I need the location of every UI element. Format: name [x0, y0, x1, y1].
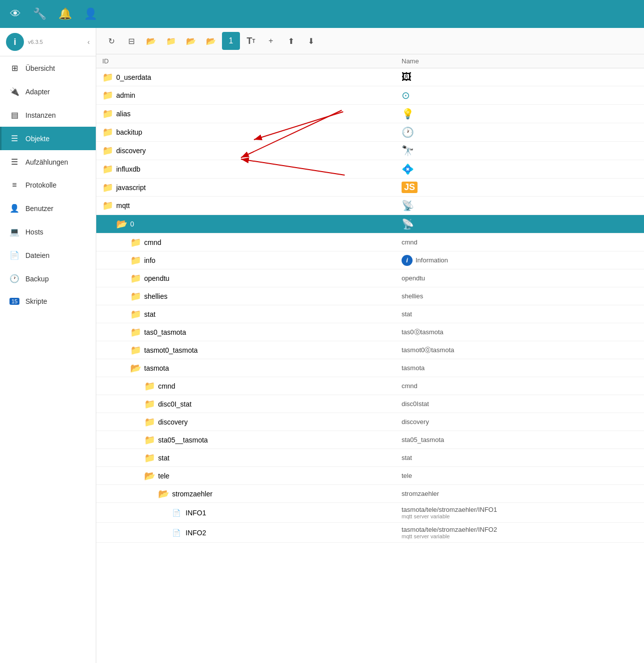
- row-name-sta05: sta05_tasmota: [402, 436, 638, 443]
- row-name-tele: tele: [402, 472, 638, 479]
- sidebar-item-backup[interactable]: 🕐 Backup: [0, 267, 96, 290]
- tree-table[interactable]: 📁 0_userdata 🖼 📁 admin ⊙: [96, 68, 644, 663]
- folder-closed-icon: 📁: [130, 345, 141, 356]
- sidebar-label-aufzaehlungen: Aufzählungen: [25, 158, 68, 166]
- table-row[interactable]: 📁 javascript JS: [96, 179, 644, 197]
- table-row[interactable]: 📁 cmnd cmnd: [96, 233, 644, 251]
- table-row-selected[interactable]: 📂 0 📡: [96, 215, 644, 233]
- sidebar-item-adapter[interactable]: 🔌 Adapter: [0, 80, 96, 103]
- row-name-influxdb: 💠: [402, 163, 638, 175]
- table-row[interactable]: 📁 influxdb 💠: [96, 160, 644, 179]
- file-icon: 📄: [172, 529, 181, 537]
- row-id-discovery: 📁 discovery: [102, 145, 402, 156]
- sidebar-item-aufzaehlungen[interactable]: ☰ Aufzählungen: [0, 150, 96, 174]
- add-button[interactable]: +: [262, 32, 280, 50]
- refresh-button[interactable]: ↻: [102, 32, 120, 50]
- row-id-INFO2: 📄 INFO2: [102, 529, 402, 537]
- row-id-info: 📁 info: [102, 255, 402, 266]
- table-row[interactable]: 📁 backitup 🕐: [96, 123, 644, 142]
- folder-closed-icon: 📁: [130, 237, 141, 248]
- folder-closed-icon: 📁: [102, 127, 113, 138]
- row-id-0userdata: 📁 0_userdata: [102, 72, 402, 83]
- collapse-button[interactable]: ‹: [87, 38, 90, 46]
- table-row[interactable]: 📁 disc0I_stat disc0Istat: [96, 395, 644, 413]
- text-size-button[interactable]: TT: [242, 32, 260, 50]
- row-id-opendtu: 📁 opendtu: [102, 273, 402, 284]
- view-columns-button[interactable]: ⊟: [122, 32, 140, 50]
- number-button[interactable]: 1: [222, 32, 240, 50]
- row-id-disc0I: 📁 disc0I_stat: [102, 399, 402, 410]
- folder-closed-icon: 📁: [130, 327, 141, 338]
- sidebar-label-uebersicht: Übersicht: [25, 64, 55, 72]
- row-id-stat2: 📁 stat: [102, 452, 402, 463]
- table-row[interactable]: 📂 stromzaehler stromzaehler: [96, 485, 644, 503]
- person-icon[interactable]: 👤: [84, 7, 97, 20]
- sidebar-item-protokolle[interactable]: ≡ Protokolle: [0, 174, 96, 197]
- row-name-javascript: JS: [402, 182, 638, 193]
- sidebar-label-skripte: Skripte: [25, 297, 47, 305]
- aufzaehlungen-icon: ☰: [9, 157, 19, 167]
- folder-open-icon: 📂: [130, 363, 141, 374]
- row-id-admin: 📁 admin: [102, 90, 402, 101]
- row-name-mqtt: 📡: [402, 200, 638, 212]
- main-layout: i v6.3.5 ‹ ⊞ Übersicht 🔌 Adapter ▤ Insta…: [0, 28, 644, 663]
- mqtt-icon: 📡: [402, 200, 414, 212]
- sidebar-label-benutzer: Benutzer: [25, 205, 53, 213]
- sidebar-item-skripte[interactable]: 15 Skripte: [0, 290, 96, 312]
- toolbar: ↻ ⊟ 📂 📁 📂 📂 1 TT + ⬆ ⬇: [96, 28, 644, 54]
- row-id-stromzaehler: 📂 stromzaehler: [102, 488, 402, 499]
- upload-button[interactable]: ⬆: [282, 32, 300, 50]
- download-button[interactable]: ⬇: [302, 32, 320, 50]
- table-row[interactable]: 📁 stat stat: [96, 305, 644, 323]
- sidebar-item-hosts[interactable]: 💻 Hosts: [0, 220, 96, 243]
- table-row[interactable]: 📁 tas0_tasmota tas0⓪tasmota: [96, 323, 644, 341]
- backup-clock-icon: 🕐: [402, 126, 414, 138]
- folder-cyan-button[interactable]: 📂: [202, 32, 220, 50]
- wrench-icon[interactable]: 🔧: [33, 7, 46, 20]
- table-row[interactable]: 📁 0_userdata 🖼: [96, 68, 644, 86]
- sidebar-item-uebersicht[interactable]: ⊞ Übersicht: [0, 56, 96, 80]
- col-name-header: Name: [402, 57, 638, 65]
- table-row[interactable]: 📁 alias 💡: [96, 105, 644, 123]
- table-row[interactable]: 📁 opendtu opendtu: [96, 269, 644, 287]
- table-row[interactable]: 📁 sta05__tasmota sta05_tasmota: [96, 431, 644, 449]
- grid-icon: ⊞: [9, 63, 19, 73]
- folder-closed-icon: 📁: [144, 452, 155, 463]
- eye-icon[interactable]: 👁: [10, 7, 21, 20]
- row-name-discovery2: discovery: [402, 418, 638, 426]
- table-row[interactable]: 📄 INFO2 tasmota/tele/stromzaehler/INFO2 …: [96, 523, 644, 543]
- row-name-cmnd2: cmnd: [402, 382, 638, 390]
- table-row[interactable]: 📂 tele tele: [96, 467, 644, 485]
- mqtt-0-icon: 📡: [402, 218, 414, 230]
- file-icon: 📄: [172, 509, 181, 517]
- folder-closed-icon: 📁: [102, 90, 113, 101]
- row-id-mqtt: 📁 mqtt: [102, 200, 402, 211]
- table-row[interactable]: 📁 discovery discovery: [96, 413, 644, 431]
- sidebar-item-instanzen[interactable]: ▤ Instanzen: [0, 103, 96, 127]
- folder-closed-icon: 📁: [130, 255, 141, 266]
- table-row[interactable]: 📁 info i Information: [96, 251, 644, 269]
- table-row[interactable]: 📁 stat stat: [96, 449, 644, 467]
- folder-open2-button[interactable]: 📂: [182, 32, 200, 50]
- folder-closed-icon: 📁: [102, 145, 113, 156]
- sidebar-item-benutzer[interactable]: 👤 Benutzer: [0, 197, 96, 220]
- image-icon: 🖼: [402, 71, 412, 83]
- table-row[interactable]: 📁 mqtt 📡: [96, 197, 644, 215]
- expand-all-button[interactable]: 📂: [142, 32, 160, 50]
- js-icon: JS: [402, 182, 418, 193]
- sidebar-item-dateien[interactable]: 📄 Dateien: [0, 243, 96, 267]
- table-row[interactable]: 📂 tasmota tasmota: [96, 359, 644, 377]
- sidebar-item-objekte[interactable]: ☰ Objekte: [0, 127, 96, 150]
- row-id-shellies: 📁 shellies: [102, 291, 402, 302]
- folder-closed-icon: 📁: [102, 164, 113, 175]
- bell-icon[interactable]: 🔔: [58, 7, 72, 20]
- table-row[interactable]: 📁 tasmot0_tasmota tasmot0⓪tasmota: [96, 341, 644, 359]
- folder-closed-icon: 📁: [130, 273, 141, 284]
- table-row[interactable]: 📁 shellies shellies: [96, 287, 644, 305]
- sidebar-header: i v6.3.5 ‹: [0, 28, 96, 56]
- table-row[interactable]: 📁 cmnd cmnd: [96, 377, 644, 395]
- table-row[interactable]: 📁 discovery 🔭: [96, 142, 644, 160]
- collapse-all-button[interactable]: 📁: [162, 32, 180, 50]
- table-row[interactable]: 📁 admin ⊙: [96, 86, 644, 105]
- table-row[interactable]: 📄 INFO1 tasmota/tele/stromzaehler/INFO1 …: [96, 503, 644, 523]
